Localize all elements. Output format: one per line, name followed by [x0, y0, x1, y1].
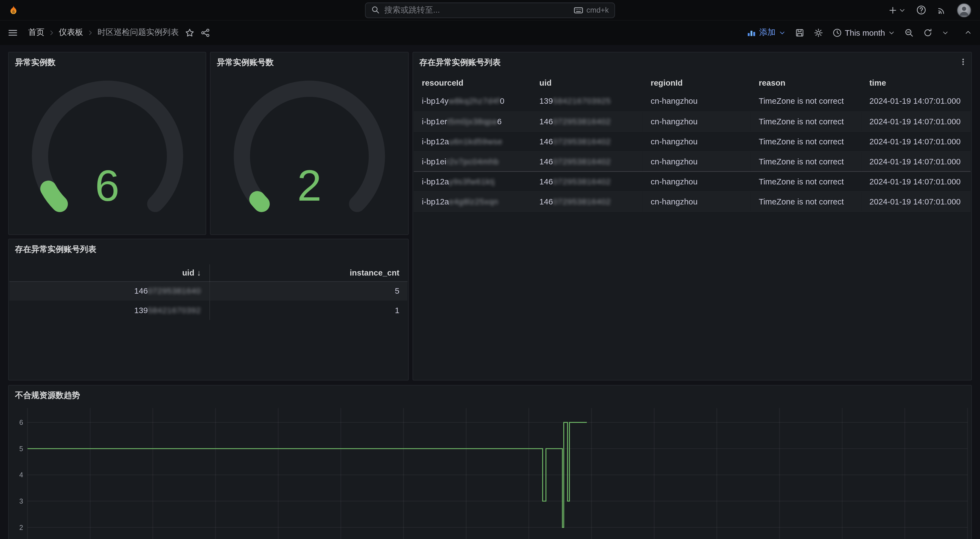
- refresh-button[interactable]: [923, 28, 932, 37]
- avatar-person-icon: [958, 3, 970, 17]
- svg-text:6: 6: [19, 418, 23, 426]
- cell-instance_cnt: 1: [210, 301, 408, 320]
- panel-title[interactable]: 存在异常实例账号列表: [9, 239, 408, 258]
- cell-resourceId: i-bp12ay9s3fw61ktj: [414, 171, 531, 191]
- cell-uid: 146072953816402: [531, 171, 642, 191]
- top-nav: 搜索或跳转至... cmd+k: [0, 0, 980, 21]
- abnormal-instance-table: resourceIduidregionIdreasontime i-bp14yw…: [414, 75, 970, 211]
- redacted-text: r2v7pc04mhb: [446, 156, 499, 166]
- cell-reason: TimeZone is not correct: [751, 171, 861, 191]
- redacted-text: e4g8lz25xqn: [449, 197, 498, 206]
- search-icon: [371, 5, 380, 14]
- column-header-uid[interactable]: uid: [531, 75, 642, 91]
- save-icon: [795, 28, 804, 37]
- cell-instance_cnt: 5: [210, 281, 408, 301]
- help-button[interactable]: [916, 5, 926, 15]
- panel-title[interactable]: 不合规资源数趋势: [9, 386, 971, 404]
- svg-text:5: 5: [19, 445, 23, 453]
- breadcrumb-dashboards[interactable]: 仪表板: [59, 27, 83, 38]
- kebab-menu-icon: [959, 57, 968, 66]
- chevron-down-icon: [899, 6, 905, 13]
- chevron-up-icon: [964, 29, 972, 36]
- cell-reason: TimeZone is not correct: [751, 91, 861, 111]
- panel-noncompliant-resource-trend: 不合规资源数趋势 65432: [8, 385, 972, 539]
- cell-time: 2024-01-19 14:07:01.000: [861, 151, 970, 171]
- breadcrumb-home[interactable]: 首页: [28, 27, 44, 38]
- mega-menu-button[interactable]: [7, 27, 18, 38]
- cell-resourceId: i-bp1eir2v7pc04mhb: [414, 151, 531, 171]
- panel-abnormal-instance-table: 存在异常实例账号列表 resourceIduidregionIdreasonti…: [413, 52, 972, 381]
- grafana-dashboard: 搜索或跳转至... cmd+k: [0, 0, 980, 539]
- cell-regionId: cn-hangzhou: [643, 91, 751, 111]
- column-header-uid[interactable]: uid↓: [10, 264, 210, 281]
- gauge-value: 6: [9, 164, 205, 207]
- cell-uid: 146072953816402: [531, 131, 642, 151]
- panel-menu-button[interactable]: [958, 56, 969, 67]
- cell-uid: 139584216703925: [531, 91, 642, 111]
- cell-resourceId: i-bp14yw8kq2hz7d4f0: [414, 91, 531, 111]
- cell-regionId: cn-hangzhou: [643, 191, 751, 211]
- table-row[interactable]: i-bp12ay9s3fw61ktj146072953816402cn-hang…: [414, 171, 970, 191]
- gauge: 2: [210, 75, 408, 227]
- cell-time: 2024-01-19 14:07:01.000: [861, 131, 970, 151]
- cell-time: 2024-01-19 14:07:01.000: [861, 191, 970, 211]
- share-icon: [200, 28, 210, 37]
- redacted-text: 072953816402: [553, 176, 611, 186]
- column-header-time[interactable]: time: [861, 75, 970, 91]
- save-dashboard-button[interactable]: [795, 28, 804, 37]
- refresh-interval-dropdown[interactable]: [942, 29, 949, 36]
- user-avatar[interactable]: [957, 3, 971, 17]
- column-header-regionId[interactable]: regionId: [643, 75, 751, 91]
- panel-title[interactable]: 存在异常实例账号列表: [413, 52, 971, 70]
- redacted-text: w8kq2hz7d4f: [449, 96, 500, 106]
- clock-icon: [832, 28, 842, 37]
- share-button[interactable]: [200, 28, 210, 37]
- cell-regionId: cn-hangzhou: [643, 111, 751, 131]
- table-row[interactable]: i-bp1eir2v7pc04mhb146072953816402cn-hang…: [414, 151, 970, 171]
- cell-uid: 146072953816402: [531, 111, 642, 131]
- cell-regionId: cn-hangzhou: [643, 171, 751, 191]
- news-button[interactable]: [937, 5, 946, 14]
- collapse-toolbar-button[interactable]: [964, 29, 972, 36]
- svg-text:4: 4: [19, 471, 23, 479]
- cell-resourceId: i-bp1ert5m0jx38qpa6: [414, 111, 531, 131]
- add-button[interactable]: 添加: [747, 27, 785, 38]
- cell-reason: TimeZone is not correct: [751, 111, 861, 131]
- cell-uid: 146072953816402: [531, 151, 642, 171]
- svg-text:3: 3: [19, 497, 23, 505]
- redacted-text: 07295381640: [148, 286, 201, 296]
- column-header-reason[interactable]: reason: [751, 75, 861, 91]
- cell-regionId: cn-hangzhou: [643, 151, 751, 171]
- panel-title[interactable]: 异常实例账号数: [210, 52, 408, 70]
- table-row[interactable]: i-bp12au6n1kd59wse146072953816402cn-hang…: [414, 131, 970, 151]
- redacted-text: 584216703925: [553, 96, 611, 106]
- column-header-resourceId[interactable]: resourceId: [414, 75, 531, 91]
- column-header-instance_cnt[interactable]: instance_cnt: [210, 264, 408, 281]
- table-header-row: uid↓instance_cnt: [10, 264, 407, 281]
- table-row[interactable]: 146072953816405: [10, 281, 407, 301]
- new-button[interactable]: [888, 5, 905, 14]
- keyboard-icon: [574, 6, 583, 14]
- dashboard-settings-button[interactable]: [814, 28, 823, 37]
- search-input[interactable]: 搜索或跳转至... cmd+k: [365, 2, 615, 18]
- search-shortcut: cmd+k: [574, 5, 609, 14]
- time-range-picker[interactable]: This month: [832, 28, 895, 37]
- trend-chart-svg[interactable]: 65432: [13, 403, 969, 539]
- cell-time: 2024-01-19 14:07:01.000: [861, 111, 970, 131]
- redacted-text: 072953816402: [553, 137, 611, 146]
- grafana-logo-button[interactable]: [7, 4, 19, 16]
- svg-text:2: 2: [19, 524, 23, 531]
- panel-title[interactable]: 异常实例数: [9, 52, 205, 70]
- table-row[interactable]: i-bp1ert5m0jx38qpa6146072953816402cn-han…: [414, 111, 970, 131]
- table-row[interactable]: i-bp12ae4g8lz25xqn146072953816402cn-hang…: [414, 191, 970, 211]
- rss-icon: [937, 5, 946, 14]
- plus-icon: [888, 5, 897, 14]
- help-icon: [916, 5, 926, 15]
- table-row[interactable]: 139584216703921: [10, 301, 407, 320]
- chevron-right-icon: [87, 29, 94, 36]
- refresh-icon: [923, 28, 932, 37]
- favorite-button[interactable]: [185, 28, 194, 37]
- zoom-out-time-button[interactable]: [905, 28, 914, 37]
- table-row[interactable]: i-bp14yw8kq2hz7d4f0139584216703925cn-han…: [414, 91, 970, 111]
- redacted-text: 072953816402: [553, 117, 611, 126]
